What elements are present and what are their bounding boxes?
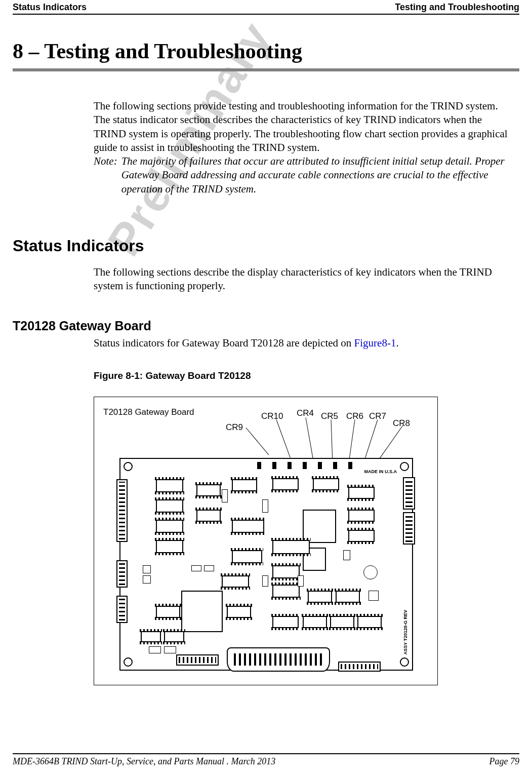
- chip: [227, 606, 251, 618]
- figure-cross-ref-link[interactable]: Figure8-1: [354, 337, 396, 349]
- component: [363, 565, 378, 579]
- chip: [348, 487, 375, 499]
- component: [143, 575, 151, 584]
- intro-paragraph: The following sections provide testing a…: [94, 99, 514, 154]
- led-cr: [303, 462, 307, 469]
- subsection-text-pre: Status indicators for Gateway Board T201…: [94, 337, 354, 349]
- component: [222, 489, 228, 502]
- header-right: Testing and Troubleshooting: [395, 2, 519, 13]
- lead-line: [378, 425, 403, 460]
- subsection-sentence: Status indicators for Gateway Board T201…: [94, 336, 514, 350]
- connector: [116, 479, 128, 542]
- subsection-text-post: .: [396, 337, 398, 349]
- mounting-hole: [400, 657, 409, 667]
- footer-page-number: Page 79: [489, 756, 519, 767]
- chip: [156, 540, 183, 553]
- callout-cr9: CR9: [226, 422, 243, 433]
- made-in-usa-label: MADE IN U.S.A: [364, 469, 397, 474]
- connector: [403, 477, 415, 510]
- chip: [164, 631, 184, 642]
- pcb-outline: MADE IN U.S.A ASSY T20128-G REV: [119, 458, 413, 671]
- component: [262, 499, 268, 513]
- page-footer: MDE-3664B TRIND Start-Up, Service, and P…: [13, 753, 519, 767]
- component: [343, 550, 350, 560]
- connector: [116, 596, 128, 623]
- component: [164, 646, 176, 653]
- chip: [232, 479, 257, 491]
- led-cr: [348, 462, 352, 469]
- chip: [330, 616, 354, 628]
- mounting-hole: [124, 462, 133, 471]
- chip: [348, 530, 375, 542]
- component: [369, 591, 379, 601]
- chip: [272, 565, 300, 578]
- mounting-hole: [124, 657, 133, 667]
- callout-cr5: CR5: [321, 411, 338, 421]
- dsub-connector: [227, 647, 330, 672]
- chip: [272, 478, 299, 490]
- chip: [156, 499, 183, 513]
- board-label: T20128 Gateway Board: [103, 407, 194, 417]
- callout-cr4: CR4: [297, 408, 314, 418]
- header-left: Status Indicators: [13, 2, 87, 13]
- chip: [156, 479, 183, 492]
- led-cr: [318, 462, 322, 469]
- footer-doc-title: MDE-3664B TRIND Start-Up, Service, and P…: [13, 756, 275, 767]
- figure-caption: Figure 8-1: Gateway Board T20128: [94, 370, 519, 381]
- figure-8-1: T20128 Gateway Board CR9 CR10 CR4 CR5 CR…: [94, 397, 438, 685]
- header-rule: [13, 14, 519, 15]
- component: [191, 565, 201, 571]
- component: [204, 565, 214, 571]
- chip: [156, 606, 180, 618]
- lead-line: [349, 419, 355, 459]
- led-cr: [333, 462, 337, 469]
- note-text: The majority of failures that occur are …: [121, 154, 514, 196]
- connector: [338, 662, 381, 672]
- chip: [156, 520, 183, 533]
- chapter-rule: [13, 68, 519, 71]
- led-cr: [257, 462, 261, 469]
- chip: [272, 585, 300, 598]
- mounting-hole: [400, 462, 409, 471]
- connector: [176, 654, 219, 666]
- chip: [357, 616, 382, 628]
- lead-line: [306, 417, 314, 460]
- section-heading: Status Indicators: [13, 237, 519, 255]
- chip: [232, 520, 264, 533]
- subsection-heading: T20128 Gateway Board: [13, 319, 519, 333]
- chip: [272, 616, 299, 628]
- chip: [141, 631, 161, 642]
- lead-line: [276, 419, 291, 458]
- component: [262, 575, 268, 587]
- chip: [308, 591, 332, 603]
- chip: [303, 616, 327, 628]
- lead-line: [364, 419, 378, 460]
- callout-cr10: CR10: [261, 411, 283, 421]
- chip: [232, 550, 262, 563]
- component: [298, 575, 304, 587]
- chip: [313, 478, 339, 490]
- note-label: Note:: [94, 154, 117, 196]
- lead-line: [331, 419, 333, 460]
- running-header: Status Indicators Testing and Troublesho…: [13, 2, 519, 14]
- chip: [348, 510, 375, 522]
- chip: [336, 591, 360, 603]
- assy-label: ASSY T20128-G REV: [403, 610, 408, 654]
- connector: [116, 560, 128, 588]
- led-cr: [288, 462, 292, 469]
- footer-rule: [13, 753, 519, 754]
- chapter-title: 8 – Testing and Troubleshooting: [13, 39, 519, 63]
- chip: [196, 484, 221, 496]
- chip: [196, 510, 221, 522]
- section-paragraph: The following sections describe the disp…: [94, 265, 514, 293]
- lead-line: [246, 428, 269, 455]
- component: [143, 565, 151, 573]
- chip: [222, 575, 249, 588]
- connector: [403, 512, 415, 545]
- chip: [272, 540, 310, 554]
- led-cr: [272, 462, 276, 469]
- component: [149, 646, 161, 653]
- qfp-chip: [181, 591, 223, 632]
